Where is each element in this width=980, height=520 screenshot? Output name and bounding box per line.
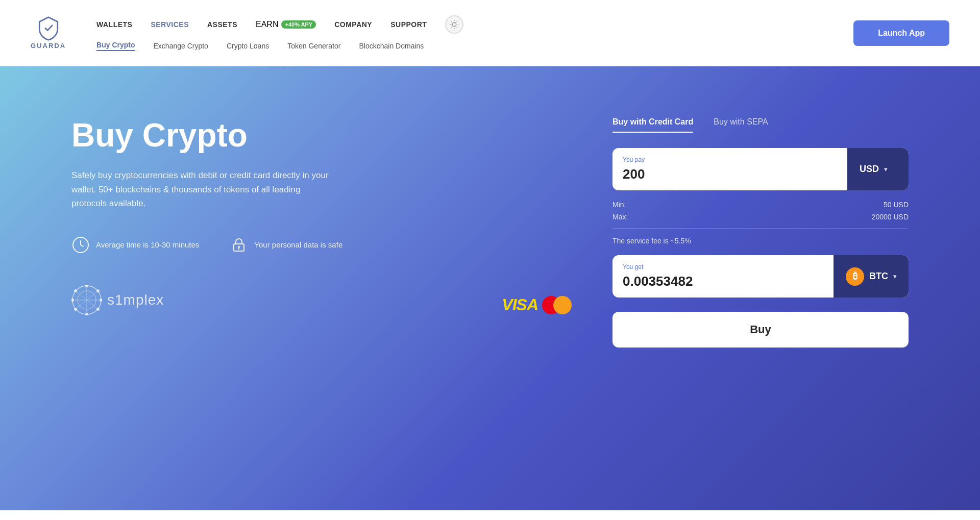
launch-app-button[interactable]: Launch App (853, 20, 949, 46)
svg-point-22 (100, 299, 102, 302)
hero-title: Buy Crypto (71, 117, 572, 153)
nav-token-generator[interactable]: Token Generator (287, 42, 340, 50)
you-pay-input-area: You pay (612, 148, 847, 190)
svg-point-0 (453, 22, 457, 27)
you-get-input-area: You get (612, 255, 834, 298)
theme-toggle-button[interactable] (445, 15, 463, 34)
nav-buy-crypto[interactable]: Buy Crypto (96, 41, 135, 51)
hero-description: Safely buy cryptocurrencies with debit o… (71, 168, 337, 210)
svg-point-24 (96, 308, 100, 311)
svg-point-23 (74, 289, 77, 292)
svg-line-7 (452, 27, 452, 27)
min-value: 50 USD (884, 201, 909, 209)
btc-icon: ₿ (846, 267, 864, 286)
mc-circle-orange (553, 296, 572, 314)
tab-credit-card[interactable]: Buy with Credit Card (612, 112, 693, 133)
max-value: 20000 USD (872, 213, 909, 221)
payment-logos: VISA (502, 295, 572, 314)
crypto-label: BTC (869, 271, 888, 282)
svg-point-20 (85, 313, 88, 315)
svg-point-19 (85, 285, 88, 287)
hero-section: Buy Crypto Safely buy cryptocurrencies w… (0, 66, 980, 510)
partner-logos-row: s1mplex VISA (71, 285, 572, 326)
nav-blockchain-domains[interactable]: Blockchain Domains (359, 42, 424, 50)
hero-feature-security: Your personal data is safe (230, 236, 342, 254)
logo: GUARDA (31, 16, 66, 49)
max-row: Max: 20000 USD (612, 211, 909, 223)
hero-left: Buy Crypto Safely buy cryptocurrencies w… (71, 107, 572, 326)
svg-line-3 (452, 21, 452, 22)
max-label: Max: (612, 213, 628, 221)
nav-company[interactable]: COMPANY (334, 20, 372, 29)
mastercard-logo (542, 296, 572, 314)
nav-exchange-crypto[interactable]: Exchange Crypto (154, 42, 208, 50)
min-row: Min: 50 USD (612, 199, 909, 211)
logo-text: GUARDA (31, 42, 66, 49)
you-pay-label: You pay (623, 156, 837, 163)
simplex-text: s1mplex (107, 292, 164, 308)
feature-security-text: Your personal data is safe (254, 240, 342, 249)
you-get-card: You get ₿ BTC ▾ (612, 255, 909, 298)
divider (612, 228, 909, 229)
currency-label: USD (860, 164, 879, 175)
header: GUARDA WALLETS SERVICES ASSETS EARN +40%… (0, 0, 980, 66)
svg-line-8 (457, 21, 457, 22)
nav-top-row: WALLETS SERVICES ASSETS EARN +40% APY CO… (96, 15, 833, 34)
nav-crypto-loans[interactable]: Crypto Loans (227, 42, 269, 50)
you-pay-input[interactable] (623, 166, 837, 182)
lock-icon (230, 236, 248, 254)
info-section: Min: 50 USD Max: 20000 USD The service f… (612, 196, 909, 255)
logo-shield-icon (36, 16, 61, 41)
you-get-input[interactable] (623, 274, 823, 289)
chevron-down-icon: ▾ (884, 166, 887, 173)
hero-features: Average time is 10-30 minutes Your perso… (71, 236, 572, 254)
tab-sepa[interactable]: Buy with SEPA (714, 112, 768, 133)
crypto-selector[interactable]: ₿ BTC ▾ (834, 255, 909, 298)
feature-time-text: Average time is 10-30 minutes (96, 240, 199, 249)
nav-support[interactable]: SUPPORT (390, 20, 427, 29)
sun-moon-icon (450, 20, 459, 29)
simplex-network-icon (71, 285, 102, 315)
nav-earn[interactable]: EARN +40% APY (256, 20, 316, 29)
nav-services[interactable]: SERVICES (151, 20, 189, 29)
simplex-logo: s1mplex (71, 285, 164, 315)
buy-form: Buy with Credit Card Buy with SEPA You p… (612, 107, 909, 348)
nav-earn-label: EARN (256, 20, 278, 29)
svg-point-21 (71, 299, 74, 302)
buy-button[interactable]: Buy (612, 312, 909, 348)
navigation: WALLETS SERVICES ASSETS EARN +40% APY CO… (96, 15, 833, 51)
svg-point-25 (74, 308, 77, 311)
svg-line-4 (457, 27, 457, 27)
nav-bottom-row: Buy Crypto Exchange Crypto Crypto Loans … (96, 41, 833, 51)
nav-wallets[interactable]: WALLETS (96, 20, 132, 29)
min-label: Min: (612, 201, 626, 209)
clock-icon (71, 236, 90, 254)
currency-selector[interactable]: USD ▾ (847, 148, 909, 190)
svg-point-11 (238, 246, 240, 248)
you-get-label: You get (623, 263, 823, 270)
hero-feature-time: Average time is 10-30 minutes (71, 236, 199, 254)
svg-point-26 (96, 289, 100, 292)
nav-assets[interactable]: ASSETS (207, 20, 237, 29)
form-tabs: Buy with Credit Card Buy with SEPA (612, 112, 909, 133)
visa-logo: VISA (502, 295, 538, 314)
chevron-down-crypto-icon: ▾ (893, 273, 896, 280)
service-fee-text: The service fee is ~5.5% (612, 234, 909, 251)
earn-badge-tag: +40% APY (281, 20, 316, 29)
you-pay-card: You pay USD ▾ (612, 148, 909, 190)
